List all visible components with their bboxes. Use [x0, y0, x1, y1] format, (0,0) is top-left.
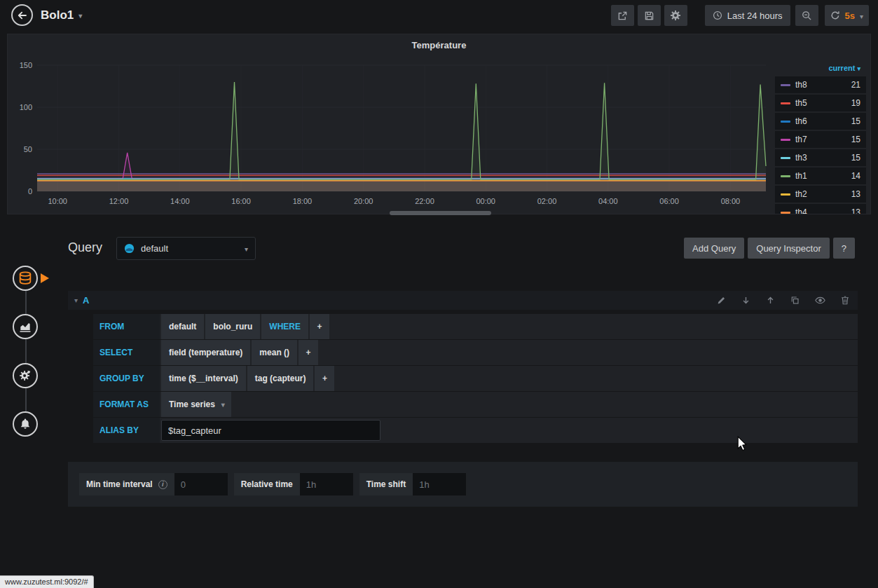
collapse-caret-icon[interactable]: ▾	[74, 296, 78, 304]
query-ref-id[interactable]: A	[83, 295, 89, 306]
query-row-select: SELECT field (temperature) mean () +	[93, 340, 858, 365]
tab-general[interactable]	[13, 363, 38, 388]
legend-series-th2[interactable]: th213	[775, 186, 866, 203]
refresh-picker[interactable]: 5s	[825, 5, 870, 26]
refresh-icon	[830, 11, 840, 20]
min-time-interval-label: Min time interval	[86, 479, 153, 489]
svg-text:06:00: 06:00	[659, 197, 679, 205]
series-name: th5	[795, 98, 807, 108]
series-current-value: 13	[851, 207, 860, 214]
svg-text:0: 0	[28, 187, 32, 196]
legend-series-th1[interactable]: th114	[775, 167, 866, 184]
legend-series-th3[interactable]: th315	[775, 149, 866, 166]
relative-time-group: Relative time	[234, 473, 353, 495]
select-label: SELECT	[93, 340, 160, 365]
svg-text:02:00: 02:00	[537, 197, 557, 205]
svg-text:12:00: 12:00	[109, 197, 129, 205]
alias-by-input[interactable]	[161, 420, 380, 441]
series-name: th1	[795, 171, 807, 181]
series-color-dash-icon	[781, 84, 790, 86]
add-query-button[interactable]: Add Query	[684, 238, 744, 259]
series-current-value: 15	[851, 135, 860, 144]
query-row-format: FORMAT AS Time series	[93, 392, 858, 417]
legend-series-th5[interactable]: th519	[775, 95, 866, 111]
duplicate-icon[interactable]	[790, 296, 800, 305]
time-range-label: Last 24 hours	[727, 11, 783, 21]
query-section-title: Query	[68, 240, 102, 255]
browser-status-link: www.zuzutest.ml:9092/#	[0, 575, 94, 588]
move-down-icon[interactable]	[741, 296, 750, 305]
legend-series-th4[interactable]: th413	[775, 204, 866, 214]
save-icon	[644, 11, 654, 21]
settings-button[interactable]	[664, 5, 687, 26]
arrow-left-icon	[17, 10, 28, 21]
datasource-picker[interactable]: default	[116, 237, 256, 260]
dashboard-title[interactable]: Bolo1	[41, 8, 82, 22]
groupby-time-part[interactable]: time ($__interval)	[161, 366, 246, 391]
legend-sort-current[interactable]: current	[775, 64, 866, 75]
chevron-down-icon	[860, 11, 863, 21]
series-name: th7	[795, 135, 807, 144]
series-current-value: 21	[851, 80, 860, 90]
format-as-select[interactable]: Time series	[161, 392, 231, 417]
groupby-tag-part[interactable]: tag (capteur)	[247, 366, 314, 391]
min-time-interval-group: Min time interval	[79, 473, 228, 495]
add-select-button[interactable]: +	[299, 340, 318, 365]
svg-text:16:00: 16:00	[231, 197, 251, 205]
query-options-box: Min time interval Relative time Time shi…	[68, 462, 858, 507]
help-button[interactable]: ?	[833, 238, 855, 259]
series-current-value: 15	[851, 116, 860, 126]
relative-time-input[interactable]	[300, 473, 353, 495]
tab-connector-line	[25, 280, 27, 424]
active-tab-arrow-icon	[41, 273, 49, 283]
from-measurement-part[interactable]: bolo_ruru	[205, 314, 260, 339]
time-shift-input[interactable]	[413, 473, 466, 495]
refresh-interval-label: 5s	[845, 11, 855, 21]
time-range-picker[interactable]: Last 24 hours	[705, 5, 790, 26]
tab-visualization[interactable]	[13, 314, 38, 339]
database-icon	[18, 271, 33, 286]
legend-series-th7[interactable]: th715	[775, 131, 866, 148]
add-groupby-button[interactable]: +	[315, 366, 334, 391]
chart-icon	[18, 320, 32, 334]
where-label[interactable]: WHERE	[261, 314, 308, 339]
horizontal-scrollbar[interactable]	[390, 211, 491, 215]
datasource-name: default	[141, 243, 168, 254]
back-button[interactable]	[11, 4, 33, 26]
series-current-value: 15	[851, 153, 860, 163]
select-mean-part[interactable]: mean ()	[252, 340, 297, 365]
timeseries-chart[interactable]: 05010015010:0012:0014:0016:0018:0020:002…	[11, 58, 771, 210]
svg-text:14:00: 14:00	[170, 197, 190, 205]
trash-icon[interactable]	[841, 296, 849, 305]
info-icon[interactable]	[158, 480, 167, 489]
tab-alert[interactable]	[13, 411, 38, 437]
share-button[interactable]	[611, 5, 634, 26]
graph-panel: Température 05010015010:0012:0014:0016:0…	[7, 34, 871, 214]
svg-text:10:00: 10:00	[48, 197, 67, 205]
zoom-out-button[interactable]	[795, 5, 818, 26]
legend-series-th8[interactable]: th821	[775, 76, 866, 93]
series-color-dash-icon	[781, 193, 790, 196]
disable-eye-icon[interactable]	[815, 296, 825, 304]
svg-text:20:00: 20:00	[354, 197, 373, 205]
chevron-down-icon	[221, 399, 225, 409]
tab-queries[interactable]	[13, 266, 38, 291]
edit-pencil-icon[interactable]	[717, 296, 726, 305]
svg-text:22:00: 22:00	[415, 197, 434, 205]
save-button[interactable]	[638, 5, 661, 26]
add-where-button[interactable]: +	[310, 314, 329, 339]
series-current-value: 13	[851, 189, 860, 199]
svg-text:08:00: 08:00	[721, 197, 741, 205]
relative-time-label: Relative time	[241, 479, 293, 489]
from-policy-part[interactable]: default	[161, 314, 204, 339]
select-field-part[interactable]: field (temperature)	[161, 340, 250, 365]
query-inspector-button[interactable]: Query Inspector	[748, 238, 830, 259]
legend-series-th6[interactable]: th615	[775, 113, 866, 130]
series-name: th4	[795, 207, 807, 214]
move-up-icon[interactable]	[766, 296, 775, 305]
series-color-dash-icon	[781, 157, 790, 159]
legend: current th821th519th615th715th315th114th…	[775, 64, 866, 214]
svg-text:100: 100	[20, 103, 32, 111]
panel-title[interactable]: Température	[8, 40, 870, 50]
min-time-interval-input[interactable]	[174, 473, 228, 495]
